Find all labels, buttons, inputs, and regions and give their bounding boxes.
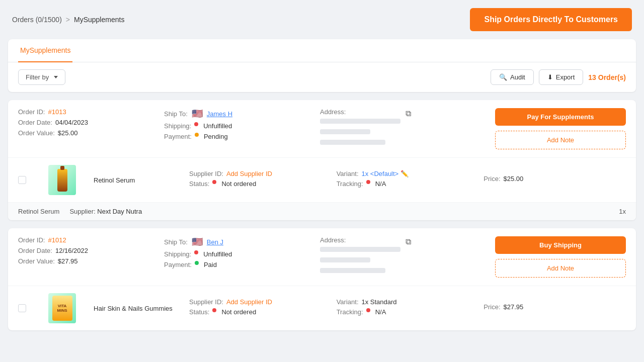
orders-link[interactable]: Orders (0/1500) xyxy=(12,16,62,24)
product-price-block: Price: $27.95 xyxy=(484,303,626,313)
filter-label: Filter by xyxy=(26,73,49,81)
shipping-field: Shipping: Unfulfilled xyxy=(164,122,315,130)
order-id-value[interactable]: #1013 xyxy=(48,108,66,116)
flag-icon: 🇺🇸 xyxy=(192,236,203,247)
supplier-qty: 1x xyxy=(619,208,626,215)
address-block: Address: ⧉ xyxy=(320,236,490,276)
orders-count: 13 Order(s) xyxy=(588,73,626,81)
order-value-field: Order Value: $27.95 xyxy=(18,257,159,265)
order-value-value: $27.95 xyxy=(58,257,78,265)
product-checkbox[interactable] xyxy=(18,304,26,312)
pay-supplements-button[interactable]: Pay For Supplements xyxy=(495,108,626,126)
product-row: Retinol Serum Supplier ID: Add Supplier … xyxy=(8,157,636,202)
buy-shipping-button[interactable]: Buy Shipping xyxy=(495,236,626,254)
add-note-button[interactable]: Add Note xyxy=(495,259,626,278)
order-id-value[interactable]: #1012 xyxy=(48,236,66,244)
shipping-field: Shipping: Unfulfilled xyxy=(164,250,315,258)
bottle-icon xyxy=(57,169,67,192)
audit-button[interactable]: 🔍 Audit xyxy=(491,69,534,85)
product-status: Not ordered xyxy=(221,308,256,316)
address-line-3 xyxy=(320,140,385,145)
product-price-block: Price: $25.00 xyxy=(484,175,626,185)
customer-name[interactable]: Ben J xyxy=(207,238,223,246)
product-name: Hair Skin & Nails Gummies xyxy=(94,305,184,312)
search-icon: 🔍 xyxy=(499,73,507,81)
shipping-status-dot xyxy=(194,122,198,126)
tracking-status-dot xyxy=(366,308,370,312)
tracking-value: N/A xyxy=(375,308,386,316)
filter-button[interactable]: Filter by xyxy=(18,69,65,85)
variant-value: 1x Standard xyxy=(362,298,397,306)
order-value-field: Order Value: $25.00 xyxy=(18,129,159,137)
tab-mysupplements[interactable]: MySupplements xyxy=(18,39,72,62)
order-card: Order ID: #1012 Order Date: 12/16/2022 O… xyxy=(8,228,636,330)
chevron-down-icon xyxy=(54,76,58,78)
export-button[interactable]: ⬇ Export xyxy=(539,69,584,85)
variant-value: 1x <Default> ✏️ xyxy=(362,170,409,177)
flag-icon: 🇺🇸 xyxy=(192,108,203,119)
supplier-id-link[interactable]: Add Supplier ID xyxy=(226,298,272,306)
product-checkbox[interactable] xyxy=(18,176,26,184)
product-image xyxy=(48,165,76,195)
breadcrumb-separator: > xyxy=(66,16,70,24)
ship-orders-button[interactable]: Ship Orders Directly To Customers xyxy=(470,8,632,31)
add-note-button[interactable]: Add Note xyxy=(495,131,626,149)
payment-status-dot xyxy=(195,261,199,265)
tracking-value: N/A xyxy=(375,180,386,188)
order-date-field: Order Date: 04/04/2023 xyxy=(18,119,159,126)
address-line-2 xyxy=(320,257,370,262)
supplier-id-link[interactable]: Add Supplier ID xyxy=(226,170,272,177)
ship-to-block: Ship To: 🇺🇸 James H Shipping: Unfulfille… xyxy=(164,108,315,143)
product-details: Supplier ID: Add Supplier ID Status: Not… xyxy=(189,298,332,318)
product-status-dot xyxy=(212,180,216,184)
tracking-status-dot xyxy=(366,180,370,184)
main-card: MySupplements Filter by 🔍 Audit ⬇ Export… xyxy=(8,39,636,92)
payment-status: Paid xyxy=(204,261,217,268)
payment-status-dot xyxy=(195,133,199,137)
product-status-dot xyxy=(212,308,216,312)
order-actions: Buy Shipping Add Note xyxy=(495,236,626,278)
product-variant-block: Variant: 1x Standard Tracking: N/A xyxy=(337,298,479,318)
breadcrumb: Orders (0/1500) > MySupplements xyxy=(12,16,124,24)
product-row: VITAMINS Hair Skin & Nails Gummies Suppl… xyxy=(8,286,636,330)
toolbar-right: 🔍 Audit ⬇ Export 13 Order(s) xyxy=(491,69,626,85)
shipping-status: Unfulfilled xyxy=(203,250,232,258)
payment-field: Payment: Pending xyxy=(164,133,315,140)
order-date-field: Order Date: 12/16/2022 xyxy=(18,247,159,254)
order-id-field: Order ID: #1012 xyxy=(18,236,159,244)
supplier-product-name: Retinol Serum xyxy=(18,208,59,215)
address-line-2 xyxy=(320,129,370,134)
price-value: $25.00 xyxy=(504,175,524,183)
export-icon: ⬇ xyxy=(547,73,553,81)
product-image: VITAMINS xyxy=(48,293,76,323)
toolbar: Filter by 🔍 Audit ⬇ Export 13 Order(s) xyxy=(8,62,636,92)
copy-address-icon[interactable]: ⧉ xyxy=(406,109,411,118)
copy-address-icon[interactable]: ⧉ xyxy=(406,237,411,246)
order-value-value: $25.00 xyxy=(58,129,78,137)
tabs-bar: MySupplements xyxy=(8,39,636,62)
product-variant-block: Variant: 1x <Default> ✏️ Tracking: N/A xyxy=(337,170,479,190)
product-status: Not ordered xyxy=(221,180,256,188)
customer-name[interactable]: James H xyxy=(207,110,232,118)
address-block: Address: ⧉ xyxy=(320,108,490,148)
order-id-field: Order ID: #1013 xyxy=(18,108,159,116)
shipping-status: Unfulfilled xyxy=(203,122,232,130)
payment-status: Pending xyxy=(204,133,228,140)
supplier-info: Supplier: Next Day Nutra xyxy=(69,208,142,215)
order-actions: Pay For Supplements Add Note xyxy=(495,108,626,149)
address-line-1 xyxy=(320,119,400,124)
orders-container: Order ID: #1013 Order Date: 04/04/2023 O… xyxy=(0,100,644,346)
shipping-status-dot xyxy=(194,250,198,254)
breadcrumb-current: MySupplements xyxy=(74,16,124,24)
payment-field: Payment: Paid xyxy=(164,261,315,268)
address-line-1 xyxy=(320,247,400,252)
order-header: Order ID: #1012 Order Date: 12/16/2022 O… xyxy=(8,228,636,286)
order-info-block: Order ID: #1012 Order Date: 12/16/2022 O… xyxy=(18,236,159,268)
order-header: Order ID: #1013 Order Date: 04/04/2023 O… xyxy=(8,100,636,157)
product-name: Retinol Serum xyxy=(94,176,184,184)
order-date-value: 12/16/2022 xyxy=(55,247,88,254)
price-value: $27.95 xyxy=(504,303,524,311)
top-bar: Orders (0/1500) > MySupplements Ship Ord… xyxy=(0,0,644,39)
order-card: Order ID: #1013 Order Date: 04/04/2023 O… xyxy=(8,100,636,220)
product-details: Supplier ID: Add Supplier ID Status: Not… xyxy=(189,170,332,190)
